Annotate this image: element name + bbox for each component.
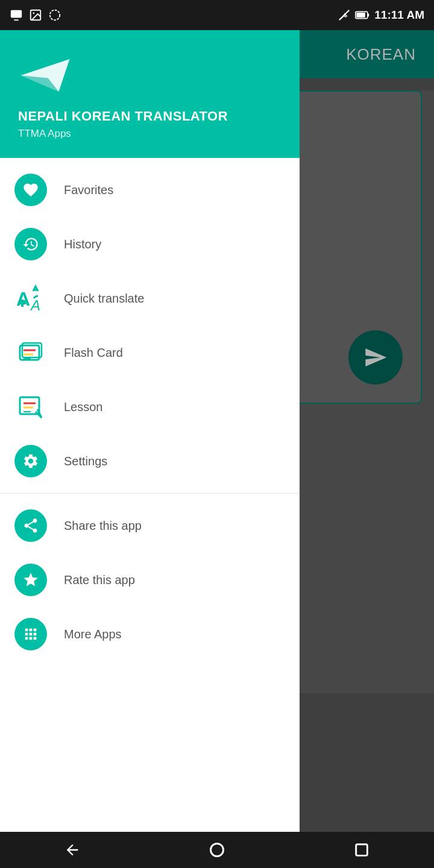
settings-label: Settings bbox=[64, 454, 107, 468]
share-label: Share this app bbox=[64, 519, 142, 533]
heart-icon bbox=[22, 181, 39, 198]
battery-icon bbox=[355, 9, 370, 21]
app-logo bbox=[18, 54, 72, 96]
svg-point-2 bbox=[33, 12, 34, 14]
lesson-icon-wrap bbox=[14, 391, 47, 423]
flash-card-label: Flash Card bbox=[64, 346, 123, 360]
notification-icon bbox=[10, 8, 23, 22]
status-bar-right: 11:11 AM bbox=[338, 8, 424, 22]
drawer-developer: TTMA Apps bbox=[18, 128, 281, 140]
flashcard-icon-wrap bbox=[14, 336, 47, 369]
image-icon bbox=[29, 8, 42, 22]
svg-rect-6 bbox=[357, 13, 365, 17]
menu-item-lesson[interactable]: Lesson bbox=[0, 380, 300, 434]
menu-item-share[interactable]: Share this app bbox=[0, 498, 300, 553]
svg-rect-0 bbox=[11, 10, 22, 18]
svg-marker-7 bbox=[21, 59, 70, 92]
star-icon bbox=[22, 571, 39, 588]
settings-icon bbox=[22, 453, 39, 470]
nav-recents-button[interactable] bbox=[344, 838, 380, 862]
menu-item-settings[interactable]: Settings bbox=[0, 434, 300, 488]
status-bar: 11:11 AM bbox=[0, 0, 434, 30]
menu-item-more-apps[interactable]: More Apps bbox=[0, 607, 300, 661]
main-container: KOREAN bbox=[0, 30, 434, 868]
favorites-label: Favorites bbox=[64, 183, 113, 197]
back-icon bbox=[64, 841, 81, 858]
drawer-scrim[interactable] bbox=[300, 30, 434, 868]
translate-icon: A A bbox=[16, 284, 45, 313]
menu-item-flash-card[interactable]: Flash Card bbox=[0, 326, 300, 380]
history-icon-circle bbox=[14, 228, 47, 260]
settings-icon-circle bbox=[14, 445, 47, 477]
nav-home-button[interactable] bbox=[199, 838, 235, 862]
clock-icon bbox=[22, 236, 39, 253]
home-icon bbox=[209, 841, 225, 858]
menu-item-favorites[interactable]: Favorites bbox=[0, 163, 300, 217]
more-apps-label: More Apps bbox=[64, 627, 122, 641]
share-icon bbox=[22, 517, 39, 534]
status-bar-left bbox=[10, 8, 61, 22]
drawer-menu: Favorites History A A bbox=[0, 158, 300, 868]
recents-icon bbox=[353, 841, 370, 858]
menu-item-history[interactable]: History bbox=[0, 217, 300, 271]
star-icon-circle bbox=[14, 564, 47, 596]
favorites-icon-circle bbox=[14, 174, 47, 206]
drawer-app-name: NEPALI KOREAN TRANSLATOR bbox=[18, 108, 281, 124]
menu-item-quick-translate[interactable]: A A Quick translate bbox=[0, 271, 300, 326]
svg-rect-5 bbox=[368, 14, 369, 17]
quick-translate-label: Quick translate bbox=[64, 292, 144, 306]
nav-drawer: NEPALI KOREAN TRANSLATOR TTMA Apps Favor… bbox=[0, 30, 300, 868]
time-display: 11:11 AM bbox=[374, 8, 424, 22]
share-icon-circle bbox=[14, 509, 47, 542]
svg-text:A: A bbox=[30, 297, 40, 313]
svg-rect-23 bbox=[356, 844, 368, 856]
nav-back-button[interactable] bbox=[54, 838, 90, 862]
drawer-divider bbox=[0, 493, 300, 494]
flashcard-icon bbox=[16, 338, 45, 367]
history-label: History bbox=[64, 237, 101, 251]
menu-item-rate[interactable]: Rate this app bbox=[0, 553, 300, 607]
grid-icon bbox=[22, 626, 39, 643]
lesson-icon bbox=[16, 392, 45, 421]
translate-icon-wrap: A A bbox=[14, 282, 47, 315]
grid-icon-circle bbox=[14, 618, 47, 650]
lesson-label: Lesson bbox=[64, 400, 103, 414]
signal-off-icon bbox=[338, 9, 350, 21]
sync-icon bbox=[48, 8, 61, 22]
bottom-nav bbox=[0, 832, 434, 868]
svg-point-3 bbox=[50, 10, 60, 20]
drawer-logo bbox=[18, 54, 281, 99]
svg-point-22 bbox=[211, 844, 224, 857]
rate-label: Rate this app bbox=[64, 573, 135, 587]
drawer-header: NEPALI KOREAN TRANSLATOR TTMA Apps bbox=[0, 30, 300, 158]
